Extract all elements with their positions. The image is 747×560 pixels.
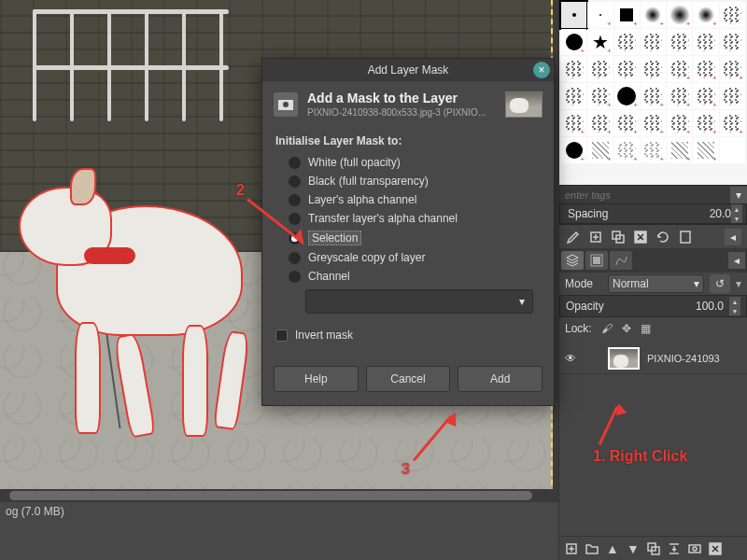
brush-item[interactable]: [693, 2, 718, 28]
opacity-label: Opacity: [566, 300, 690, 313]
close-icon[interactable]: ×: [533, 62, 550, 78]
radio-black[interactable]: Black (full transparency): [275, 172, 541, 190]
brush-item[interactable]: [587, 137, 613, 163]
status-bar: og (7.0 MB): [0, 502, 558, 523]
brush-item[interactable]: [641, 56, 666, 82]
radio-greyscale[interactable]: Greyscale copy of layer: [275, 248, 541, 267]
opacity-up[interactable]: ▲: [729, 297, 740, 306]
lock-position-icon[interactable]: ✥: [622, 322, 631, 335]
brush-item[interactable]: [561, 29, 586, 55]
brush-item[interactable]: [667, 110, 692, 136]
radio-transfer-alpha[interactable]: Transfer layer's alpha channel: [275, 209, 541, 228]
brush-item[interactable]: [614, 110, 640, 136]
lower-layer-icon[interactable]: ▼: [625, 540, 641, 557]
mode-reset-button[interactable]: ↺: [710, 274, 730, 293]
brush-panel-menu[interactable]: ◂: [725, 229, 741, 245]
brush-item[interactable]: [561, 56, 586, 82]
spacing-up[interactable]: ▲: [731, 204, 742, 214]
merge-down-icon[interactable]: [666, 540, 683, 557]
brush-item[interactable]: [561, 137, 586, 163]
new-group-icon[interactable]: [584, 540, 600, 557]
radio-selection[interactable]: Selection: [275, 228, 541, 248]
mode-label: Mode: [565, 277, 602, 290]
lock-alpha-icon[interactable]: ▦: [641, 322, 651, 335]
channels-tab[interactable]: [585, 251, 608, 270]
brush-item[interactable]: [587, 2, 613, 28]
brush-item[interactable]: [693, 110, 718, 136]
opacity-slider[interactable]: Opacity 100.0 ▲ ▼: [559, 295, 747, 317]
brush-item[interactable]: [667, 137, 692, 163]
brush-item[interactable]: [641, 2, 666, 28]
new-brush-icon[interactable]: [587, 229, 604, 245]
edit-brush-icon[interactable]: [565, 229, 582, 245]
brush-item[interactable]: ★: [587, 29, 613, 55]
open-as-image-icon[interactable]: [677, 229, 694, 245]
help-button[interactable]: Help: [274, 366, 359, 392]
channel-select[interactable]: ▾: [305, 289, 533, 314]
dialog-titlebar[interactable]: Add Layer Mask ×: [262, 59, 554, 81]
add-mask-icon[interactable]: [686, 540, 703, 557]
blend-mode-select[interactable]: Normal ▾: [608, 274, 704, 293]
invert-mask-checkbox[interactable]: Invert mask: [275, 321, 541, 349]
brush-item[interactable]: [720, 110, 745, 136]
brushes-grid[interactable]: ★: [559, 0, 747, 185]
brush-item[interactable]: [720, 83, 745, 109]
brush-item[interactable]: [693, 56, 718, 82]
brush-item[interactable]: [561, 83, 586, 109]
dialog-heading: Add a Mask to the Layer: [307, 91, 496, 105]
brush-item[interactable]: [561, 2, 586, 28]
layer-name[interactable]: PIXNIO-241093: [647, 353, 741, 364]
delete-brush-icon[interactable]: [632, 229, 649, 245]
brush-tags-menu[interactable]: ▾: [730, 187, 747, 203]
brush-item[interactable]: [614, 83, 640, 109]
brush-item[interactable]: [614, 56, 640, 82]
brush-item[interactable]: [641, 83, 666, 109]
brush-item[interactable]: [641, 29, 666, 55]
brush-tags-input[interactable]: [559, 189, 730, 201]
brush-item[interactable]: [614, 2, 640, 28]
brush-item[interactable]: [587, 56, 613, 82]
brush-spacing-slider[interactable]: Spacing 20.0 ▲ ▼: [559, 203, 747, 224]
svg-rect-4: [681, 231, 690, 243]
add-button[interactable]: Add: [458, 366, 543, 392]
brush-item[interactable]: [641, 137, 666, 163]
brush-item[interactable]: [693, 137, 718, 163]
duplicate-brush-icon[interactable]: [610, 229, 627, 245]
raise-layer-icon[interactable]: ▲: [604, 540, 621, 557]
brush-item[interactable]: [561, 110, 586, 136]
new-layer-icon[interactable]: [563, 540, 580, 557]
layer-thumbnail[interactable]: [608, 347, 640, 370]
spacing-down[interactable]: ▼: [731, 214, 742, 223]
brush-item[interactable]: [667, 56, 692, 82]
layers-tab[interactable]: [561, 251, 584, 270]
delete-layer-icon[interactable]: [707, 540, 724, 557]
radio-channel[interactable]: Channel: [275, 267, 541, 286]
layers-panel-menu[interactable]: ◂: [728, 252, 745, 269]
radio-white[interactable]: White (full opacity): [275, 153, 541, 172]
brush-item[interactable]: [614, 137, 640, 163]
brush-item[interactable]: [614, 29, 640, 55]
brush-item[interactable]: [720, 137, 745, 163]
brush-item[interactable]: [693, 29, 718, 55]
opacity-down[interactable]: ▼: [729, 306, 740, 315]
radio-alpha[interactable]: Layer's alpha channel: [275, 190, 541, 209]
brush-item[interactable]: [720, 56, 745, 82]
brush-item[interactable]: [641, 110, 666, 136]
lock-pixels-icon[interactable]: 🖌: [601, 322, 613, 335]
brush-item[interactable]: [667, 83, 692, 109]
brush-item[interactable]: [693, 83, 718, 109]
visibility-toggle-icon[interactable]: 👁: [565, 352, 582, 365]
duplicate-layer-icon[interactable]: [645, 540, 662, 557]
brush-item[interactable]: [720, 2, 745, 28]
cancel-button[interactable]: Cancel: [366, 366, 451, 392]
brush-item[interactable]: [667, 2, 692, 28]
horizontal-scrollbar[interactable]: [0, 489, 558, 502]
paths-tab[interactable]: [610, 251, 632, 270]
brush-item[interactable]: [587, 83, 613, 109]
brush-item[interactable]: [587, 110, 613, 136]
layer-item[interactable]: 👁 PIXNIO-241093: [559, 343, 747, 374]
brush-item[interactable]: [667, 29, 692, 55]
refresh-brush-icon[interactable]: [655, 229, 671, 245]
chevron-down-icon: ▾: [736, 277, 741, 290]
brush-item[interactable]: [720, 29, 745, 55]
